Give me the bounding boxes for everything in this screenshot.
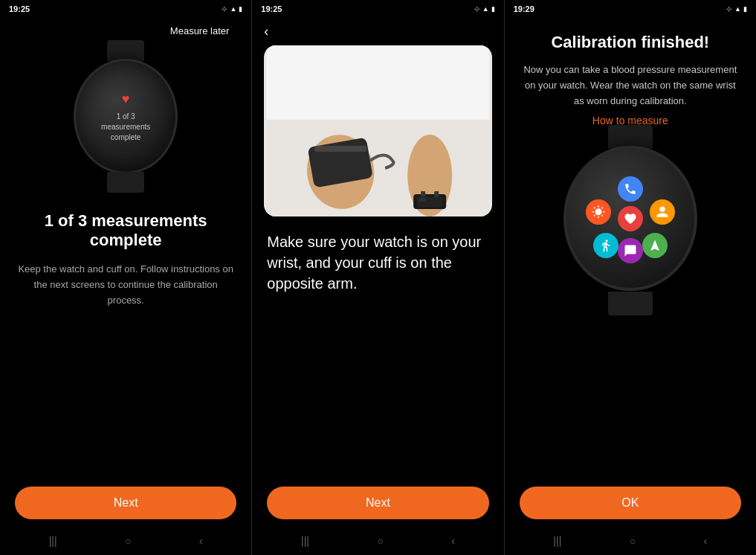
measurement-title: 1 of 3 measurements complete bbox=[15, 211, 236, 250]
status-bar-1: 19:25 ⊹ ▲ ▮ bbox=[0, 0, 251, 18]
bluetooth-icon-2: ⊹ bbox=[474, 5, 480, 13]
app-activity-icon bbox=[593, 233, 618, 258]
screens-container: 19:25 ⊹ ▲ ▮ Measure later ♥ 1 of 3 measu… bbox=[0, 0, 756, 555]
wifi-icon-2: ▲ bbox=[482, 5, 489, 13]
bottom-area-1: Next bbox=[0, 475, 251, 528]
screen2-content: ‹ bbox=[252, 18, 503, 475]
status-icons-1: ⊹ ▲ ▮ bbox=[222, 5, 242, 13]
ok-button[interactable]: OK bbox=[520, 487, 741, 519]
nav-home-icon-2[interactable]: ○ bbox=[377, 535, 383, 547]
watch-band-bottom-1 bbox=[107, 172, 144, 193]
measure-later-button[interactable]: Measure later bbox=[170, 25, 229, 36]
app-health-icon bbox=[618, 206, 643, 231]
watch-body-1: ♥ 1 of 3 measurements complete bbox=[74, 59, 178, 174]
screen2-instruction: Make sure your watch is on your wrist, a… bbox=[252, 216, 503, 294]
nav-bar-3: ||| ○ ‹ bbox=[505, 528, 756, 555]
status-icons-3: ⊹ ▲ ▮ bbox=[726, 5, 747, 13]
status-time-1: 19:25 bbox=[9, 4, 30, 13]
app-user-icon bbox=[650, 199, 675, 225]
cuff-image bbox=[264, 45, 491, 216]
watch-display-3 bbox=[563, 146, 697, 295]
next-button-2[interactable]: Next bbox=[267, 487, 488, 519]
svg-rect-10 bbox=[434, 191, 439, 197]
nav-bar-2: ||| ○ ‹ bbox=[252, 528, 503, 555]
nav-back-icon-2[interactable]: ‹ bbox=[451, 535, 455, 547]
svg-rect-1 bbox=[266, 45, 489, 120]
status-time-2: 19:25 bbox=[261, 4, 282, 13]
nav-back-icon-3[interactable]: ‹ bbox=[704, 535, 708, 547]
status-icons-2: ⊹ ▲ ▮ bbox=[474, 5, 495, 13]
nav-home-icon-3[interactable]: ○ bbox=[630, 535, 636, 547]
watch-band-top-1 bbox=[107, 40, 144, 61]
nav-recent-icon-3[interactable]: ||| bbox=[553, 535, 561, 547]
nav-recent-icon-1[interactable]: ||| bbox=[49, 535, 57, 547]
wifi-icon: ▲ bbox=[230, 5, 236, 13]
app-message-icon bbox=[618, 238, 643, 263]
screen1-content: Measure later ♥ 1 of 3 measurements comp… bbox=[0, 18, 251, 475]
status-bar-3: 19:29 ⊹ ▲ ▮ bbox=[505, 0, 756, 18]
battery-icon-3: ▮ bbox=[743, 5, 747, 13]
wifi-icon-3: ▲ bbox=[734, 5, 741, 13]
watch-display-1: ♥ 1 of 3 measurements complete bbox=[74, 59, 178, 174]
screen3: 19:29 ⊹ ▲ ▮ Calibration finished! Now yo… bbox=[505, 0, 756, 555]
nav-bar-1: ||| ○ ‹ bbox=[0, 528, 251, 555]
app-grid bbox=[582, 170, 679, 267]
watch3-band-bottom bbox=[608, 292, 653, 315]
nav-recent-icon-2[interactable]: ||| bbox=[301, 535, 309, 547]
arm-svg bbox=[264, 45, 491, 216]
bluetooth-icon: ⊹ bbox=[222, 5, 227, 13]
screen3-content: Calibration finished! Now you can take a… bbox=[505, 18, 756, 475]
battery-icon: ▮ bbox=[239, 5, 242, 13]
next-button-1[interactable]: Next bbox=[15, 487, 236, 519]
app-weather-icon bbox=[586, 199, 611, 225]
status-bar-2: 19:25 ⊹ ▲ ▮ bbox=[252, 0, 503, 18]
calibration-title: Calibration finished! bbox=[551, 33, 709, 52]
bluetooth-icon-3: ⊹ bbox=[726, 5, 732, 13]
status-time-3: 19:29 bbox=[514, 4, 534, 13]
calibration-description: Now you can take a blood pressure measur… bbox=[520, 62, 741, 109]
watch3-body bbox=[563, 146, 697, 291]
bottom-area-3: OK bbox=[505, 475, 756, 528]
svg-rect-2 bbox=[266, 120, 489, 216]
heart-icon: ♥ bbox=[101, 90, 150, 109]
watch-text: 1 of 3 measurements complete bbox=[101, 112, 150, 143]
nav-home-icon-1[interactable]: ○ bbox=[125, 535, 131, 547]
battery-icon-2: ▮ bbox=[491, 5, 495, 13]
app-nav-icon bbox=[642, 233, 668, 258]
svg-rect-11 bbox=[419, 198, 426, 202]
app-phone-icon bbox=[618, 176, 643, 202]
nav-back-icon-1[interactable]: ‹ bbox=[199, 535, 203, 547]
watch-face-1: ♥ 1 of 3 measurements complete bbox=[101, 90, 150, 143]
back-button-2[interactable]: ‹ bbox=[252, 18, 280, 45]
svg-rect-9 bbox=[421, 191, 425, 197]
screen1: 19:25 ⊹ ▲ ▮ Measure later ♥ 1 of 3 measu… bbox=[0, 0, 252, 555]
bottom-area-2: Next bbox=[252, 475, 503, 528]
svg-rect-5 bbox=[314, 146, 366, 152]
screen2: 19:25 ⊹ ▲ ▮ ‹ bbox=[252, 0, 504, 555]
measurement-description: Keep the watch and cuff on. Follow instr… bbox=[15, 262, 236, 308]
